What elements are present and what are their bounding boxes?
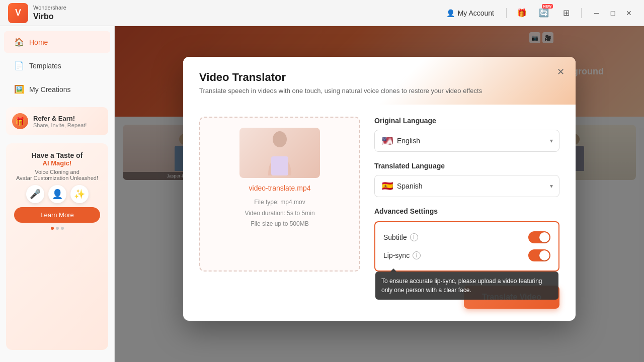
- minimize-button[interactable]: ─: [590, 6, 604, 20]
- promo-icon-3: ✨: [70, 185, 89, 203]
- sidebar: 🏠 Home 📄 Templates 🖼️ My Creations 🎁 Ref…: [0, 26, 115, 362]
- promo-icon-1: 🎤: [26, 185, 44, 203]
- dot-1: [51, 227, 54, 230]
- promo-card: Have a Taste of AI Magic! Voice Cloning …: [6, 143, 108, 350]
- window-controls: ─ □ ✕: [590, 6, 636, 20]
- my-account-button[interactable]: 👤 My Account: [442, 7, 498, 19]
- sidebar-creations-label: My Creations: [29, 85, 70, 94]
- modal-close-button[interactable]: ✕: [553, 65, 568, 79]
- original-language-select[interactable]: 🇺🇸 English ▾: [374, 130, 559, 152]
- subtitle-row: Subtitle i: [383, 228, 550, 246]
- carousel-dots: [14, 227, 100, 230]
- file-type: File type: mp4,mov: [210, 197, 349, 208]
- learn-more-button[interactable]: Learn More: [14, 207, 100, 223]
- video-translator-modal: Video Translator Translate speech in vid…: [183, 57, 576, 321]
- modal-header: Video Translator Translate speech in vid…: [183, 57, 576, 105]
- app-wonder-label: Wondershare: [33, 5, 66, 11]
- modal-subtitle: Translate speech in videos with one touc…: [199, 87, 559, 95]
- advanced-settings-label: Advanced Settings: [374, 207, 559, 215]
- lipsync-info-icon[interactable]: i: [413, 251, 421, 259]
- advanced-settings-box: Subtitle i Lip-sync i: [374, 221, 559, 272]
- sidebar-item-home[interactable]: 🏠 Home: [4, 31, 110, 53]
- video-duration: Video duration: 5s to 5min: [210, 208, 349, 219]
- promo-title: Have a Taste of: [14, 151, 100, 159]
- original-flag: 🇺🇸: [382, 135, 393, 146]
- account-icon: 👤: [446, 9, 455, 17]
- app-virbo-label: Virbo: [33, 12, 66, 21]
- main-layout: 🏠 Home 📄 Templates 🖼️ My Creations 🎁 Ref…: [0, 26, 644, 362]
- settings-panel: Original Language 🇺🇸 English ▾ Translate…: [374, 117, 559, 272]
- app-branding: V Wondershare Virbo: [8, 3, 66, 23]
- original-language-select-wrapper: 🇺🇸 English ▾: [374, 130, 559, 152]
- chevron-down-icon-2: ▾: [550, 183, 553, 190]
- lipsync-toggle[interactable]: [528, 249, 550, 261]
- original-language-value: English: [397, 137, 420, 145]
- sidebar-home-label: Home: [29, 38, 48, 46]
- translated-language-label: Translated Language: [374, 162, 559, 170]
- promo-desc: Voice Cloning andAvatar Customization Un…: [14, 169, 100, 181]
- lipsync-text: Lip-sync: [383, 251, 410, 259]
- video-preview-figure: [262, 130, 297, 175]
- refer-text: Refer & Earn! Share, Invite, Repeat!: [33, 115, 87, 128]
- svg-rect-1: [271, 156, 288, 175]
- translated-flag: 🇪🇸: [382, 180, 393, 192]
- subtitle-label: Subtitle i: [383, 233, 418, 241]
- history-icon-button[interactable]: 🔄 NEW: [537, 6, 551, 20]
- new-badge: NEW: [542, 4, 553, 9]
- app-name: Wondershare Virbo: [33, 5, 66, 21]
- refer-earn-card: 🎁 Refer & Earn! Share, Invite, Repeat!: [6, 107, 108, 135]
- sidebar-templates-label: Templates: [29, 62, 61, 70]
- creations-icon: 🖼️: [14, 84, 24, 94]
- dot-3: [61, 227, 64, 230]
- refer-icon: 🎁: [12, 113, 28, 129]
- dot-2: [56, 227, 59, 230]
- promo-icons: 🎤 👤 ✨: [14, 185, 100, 203]
- video-meta: File type: mp4,mov Video duration: 5s to…: [210, 197, 349, 230]
- modal-body: video-translate.mp4 File type: mp4,mov V…: [183, 105, 576, 286]
- video-preview: [239, 128, 320, 178]
- app-logo: V: [8, 3, 28, 23]
- video-filename: video-translate.mp4: [210, 184, 349, 192]
- my-account-label: My Account: [458, 9, 494, 17]
- file-size: File size up to 500MB: [210, 219, 349, 230]
- original-language-label: Original Language: [374, 117, 559, 125]
- chevron-down-icon: ▾: [550, 137, 553, 144]
- promo-icon-2: 👤: [48, 185, 66, 203]
- sidebar-item-templates[interactable]: 📄 Templates: [4, 55, 110, 76]
- content-area: Transparent Background 📷 🎥 Jasper-Promot…: [115, 26, 644, 362]
- grid-icon-button[interactable]: ⊞: [559, 6, 573, 20]
- refer-subtitle: Share, Invite, Repeat!: [33, 122, 87, 128]
- refer-title: Refer & Earn!: [33, 115, 87, 122]
- sidebar-item-my-creations[interactable]: 🖼️ My Creations: [4, 78, 110, 100]
- home-icon: 🏠: [14, 37, 24, 47]
- subtitle-info-icon[interactable]: i: [410, 233, 418, 241]
- maximize-button[interactable]: □: [606, 6, 620, 20]
- title-bar: V Wondershare Virbo 👤 My Account 🎁 🔄 NEW…: [0, 0, 644, 26]
- divider2: [581, 8, 582, 18]
- close-window-button[interactable]: ✕: [622, 6, 636, 20]
- gift-icon-button[interactable]: 🎁: [515, 6, 529, 20]
- subtitle-text: Subtitle: [383, 233, 407, 241]
- translated-language-value: Spanish: [397, 182, 423, 190]
- translated-language-select[interactable]: 🇪🇸 Spanish ▾: [374, 175, 559, 197]
- modal-title: Video Translator: [199, 71, 559, 84]
- tooltip-text: To ensure accurate lip-sync, please uplo…: [381, 278, 542, 294]
- translated-language-select-wrapper: 🇪🇸 Spanish ▾: [374, 175, 559, 197]
- upload-area[interactable]: video-translate.mp4 File type: mp4,mov V…: [199, 117, 360, 272]
- promo-subtitle: AI Magic!: [14, 159, 100, 167]
- lipsync-tooltip: To ensure accurate lip-sync, please uplo…: [375, 272, 558, 300]
- lipsync-row: Lip-sync i: [383, 246, 550, 264]
- divider: [506, 8, 507, 18]
- templates-icon: 📄: [14, 61, 24, 70]
- svg-point-0: [273, 131, 287, 147]
- subtitle-toggle[interactable]: [528, 231, 550, 243]
- lipsync-label: Lip-sync i: [383, 251, 421, 259]
- title-bar-right: 👤 My Account 🎁 🔄 NEW ⊞ ─ □ ✕: [442, 6, 636, 20]
